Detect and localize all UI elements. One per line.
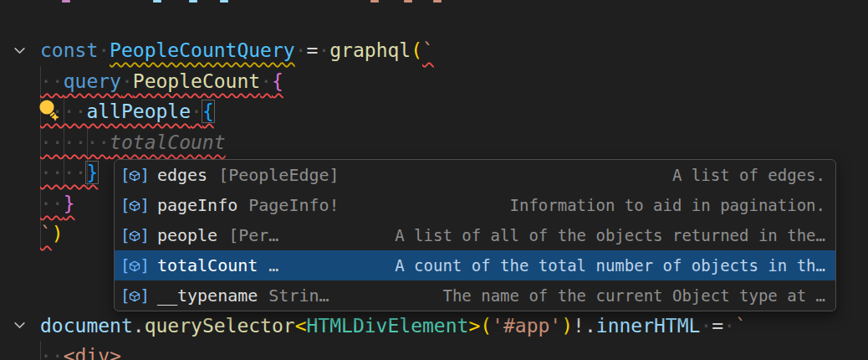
code-token: · — [723, 315, 735, 337]
code-token: { — [272, 70, 283, 92]
code-token: · — [318, 39, 329, 61]
code-token: <div> — [64, 345, 121, 360]
suggestion-label: people — [157, 225, 217, 245]
suggestion-detail: … — [268, 255, 278, 275]
suggestion-detail: Strin… — [268, 285, 329, 306]
clipped-code-fragment — [404, 0, 412, 3]
symbol-field-icon: [] — [120, 228, 150, 244]
line-div-open: ··<div> — [40, 341, 121, 360]
code-token: HTMLDivElement — [307, 315, 469, 337]
suggest-widget: []edges[PeopleEdge]A list of edges.[]pag… — [114, 159, 836, 311]
line-allpeople: ····allPeople·{ — [40, 96, 214, 127]
suggestion-description: A list of edges. — [657, 166, 825, 184]
clipped-code-fragment — [433, 0, 442, 3]
code-token: ) — [52, 223, 64, 244]
code-token: > — [468, 315, 480, 337]
line-const-declaration: const·PeopleCountQuery·=·graphql(` — [40, 35, 434, 66]
suggestion-item-totalCount[interactable]: []totalCount…A count of the total number… — [115, 250, 835, 280]
code-token: ( — [411, 39, 422, 61]
fold-chevron-icon[interactable] — [10, 311, 28, 342]
suggestion-detail: [Per… — [228, 225, 278, 245]
clipped-code-fragment — [189, 0, 197, 3]
suggestion-item-edges[interactable]: []edges[PeopleEdge]A list of edges. — [115, 160, 835, 190]
code-editor: const·PeopleCountQuery·=·graphql(`··quer… — [0, 0, 868, 360]
code-token: ` — [422, 39, 434, 61]
code-token: · — [260, 70, 272, 92]
code-token: const — [40, 39, 98, 61]
suggestion-item-pageInfo[interactable]: []pageInfoPageInfo!Information to aid in… — [115, 190, 835, 220]
code-token: } — [64, 193, 75, 214]
code-token: · — [191, 100, 202, 122]
code-token: · — [98, 39, 110, 61]
suggestion-item-__typename[interactable]: []__typenameStrin…The name of the curren… — [115, 280, 835, 311]
line-close-allpeople: ····} — [40, 157, 98, 188]
code-token: . — [585, 315, 596, 337]
code-token: ! — [573, 315, 585, 337]
clipped-code-fragment — [153, 0, 161, 3]
symbol-field-icon: [] — [120, 198, 150, 213]
code-token: ·· — [40, 345, 64, 360]
fold-chevron-icon[interactable] — [10, 35, 28, 66]
suggestion-description: A list of all of the objects returned in… — [380, 226, 825, 244]
clipped-code-fragment — [62, 0, 70, 3]
code-token: ·· — [40, 193, 64, 214]
symbol-field-icon: [] — [120, 288, 150, 304]
code-token: querySelector — [145, 315, 295, 337]
suggestion-description: The name of the current Object type at … — [427, 286, 825, 305]
suggestion-label: totalCount — [157, 255, 258, 275]
code-token: innerHTML — [596, 315, 701, 337]
symbol-field-icon: [] — [120, 258, 150, 274]
code-token: = — [307, 39, 319, 61]
suggestion-item-people[interactable]: []people[Per…A list of all of the object… — [115, 220, 835, 250]
clipped-code-fragment — [220, 0, 228, 3]
suggestion-description: Information to aid in pagination. — [495, 196, 826, 214]
code-token: '#app' — [492, 315, 561, 337]
code-token: ` — [40, 223, 52, 244]
code-token: ······ — [40, 131, 110, 153]
code-token: ( — [480, 315, 492, 337]
line-close-template: `) — [40, 219, 64, 249]
code-token: ) — [561, 315, 573, 337]
code-token: PeopleCount — [133, 70, 260, 92]
code-token: query — [64, 70, 121, 92]
code-token: allPeople — [86, 100, 191, 122]
code-token: · — [121, 70, 133, 92]
line-totalcount-ghost: ······totalCount — [40, 127, 226, 158]
suggestion-detail: PageInfo! — [248, 195, 339, 215]
code-token: { — [202, 100, 214, 122]
code-token: · — [700, 315, 712, 337]
code-token: totalCount — [110, 131, 225, 153]
lightbulb-sparkle-icon[interactable] — [35, 97, 62, 124]
suggestion-label: edges — [157, 165, 207, 185]
code-token: document — [40, 315, 133, 337]
code-token: } — [86, 162, 98, 183]
code-token: ·· — [40, 70, 64, 92]
code-token: < — [295, 315, 307, 337]
code-token: ` — [735, 315, 747, 337]
code-token: = — [712, 315, 723, 337]
code-token: PeopleCountQuery — [110, 39, 295, 61]
symbol-field-icon: [] — [120, 167, 150, 183]
code-token: ···· — [40, 162, 86, 183]
line-queryselector: document.querySelector<HTMLDivElement>('… — [40, 311, 747, 342]
suggestion-description: A count of the total number of objects i… — [380, 256, 825, 275]
code-token: graphql — [329, 39, 411, 61]
suggestion-label: __typename — [157, 285, 258, 306]
clipped-code-fragment — [370, 0, 379, 3]
line-close-query: ··} — [40, 188, 75, 219]
code-token: . — [133, 315, 145, 337]
code-token: · — [295, 39, 307, 61]
suggestion-label: pageInfo — [157, 195, 237, 215]
suggestion-detail: [PeopleEdge] — [218, 165, 340, 185]
suggestion-list: []edges[PeopleEdge]A list of edges.[]pag… — [115, 160, 835, 311]
line-query-peoplecount: ··query·PeopleCount·{ — [40, 66, 283, 97]
